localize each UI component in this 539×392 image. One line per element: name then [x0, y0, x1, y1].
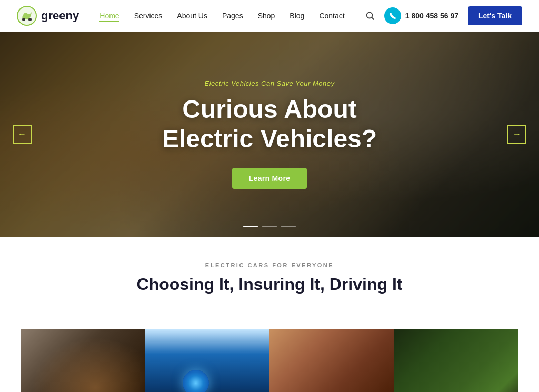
- hero-dot-3[interactable]: [281, 226, 296, 227]
- card-item-4[interactable]: [394, 329, 518, 392]
- search-icon: [365, 11, 375, 21]
- card-item-3[interactable]: [270, 329, 394, 392]
- nav-shop[interactable]: Shop: [258, 12, 275, 20]
- navbar: greeny Home Services About Us Pages Shop…: [0, 0, 539, 32]
- hero-content: Electric Vehicles Can Save Your Money Cu…: [162, 79, 377, 188]
- hero-next-button[interactable]: →: [507, 125, 526, 144]
- section-tag: ELECTRIC CARS FOR EVERYONE: [21, 262, 518, 268]
- phone-number: 1 800 458 56 97: [405, 12, 458, 20]
- hero-section: ← Electric Vehicles Can Save Your Money …: [0, 32, 539, 237]
- lets-talk-button[interactable]: Let's Talk: [468, 6, 522, 25]
- nav-links: Home Services About Us Pages Shop Blog C…: [99, 11, 344, 21]
- card-item-1[interactable]: [21, 329, 145, 392]
- hero-subtitle: Electric Vehicles Can Save Your Money: [162, 79, 377, 87]
- search-button[interactable]: [365, 11, 375, 21]
- card-image-4: [394, 329, 518, 392]
- brand-name: greeny: [41, 9, 79, 23]
- section-title: Choosing It, Insuring It, Driving It: [21, 275, 518, 294]
- nav-pages[interactable]: Pages: [222, 12, 243, 20]
- nav-home[interactable]: Home: [99, 12, 119, 22]
- arrow-left-icon: ←: [18, 129, 26, 139]
- logo-link[interactable]: greeny: [17, 6, 79, 26]
- nav-services[interactable]: Services: [134, 12, 163, 20]
- card-item-2[interactable]: [145, 329, 270, 392]
- nav-blog[interactable]: Blog: [290, 12, 304, 20]
- hero-dots: [243, 226, 296, 227]
- hero-cta-button[interactable]: Learn More: [232, 168, 307, 189]
- svg-line-4: [372, 18, 374, 20]
- card-image-1: [21, 329, 145, 392]
- nav-about[interactable]: About Us: [177, 12, 207, 20]
- hero-title: Curious About Electric Vehicles?: [162, 95, 377, 153]
- hero-prev-button[interactable]: ←: [13, 125, 32, 144]
- phone-area: 1 800 458 56 97: [384, 7, 458, 24]
- nav-contact[interactable]: Contact: [319, 12, 344, 20]
- arrow-right-icon: →: [513, 129, 521, 139]
- svg-point-1: [22, 18, 25, 21]
- svg-point-2: [28, 18, 32, 21]
- svg-point-3: [366, 13, 372, 18]
- section-intro: ELECTRIC CARS FOR EVERYONE Choosing It, …: [0, 237, 539, 329]
- nav-right: 1 800 458 56 97 Let's Talk: [365, 6, 522, 25]
- hero-dot-2[interactable]: [262, 226, 277, 227]
- card-image-3: [270, 329, 394, 392]
- cards-row: [0, 329, 539, 392]
- phone-icon: [384, 7, 401, 24]
- hero-dot-1[interactable]: [243, 226, 258, 227]
- card-image-2: [145, 329, 270, 392]
- logo-icon: [17, 6, 37, 26]
